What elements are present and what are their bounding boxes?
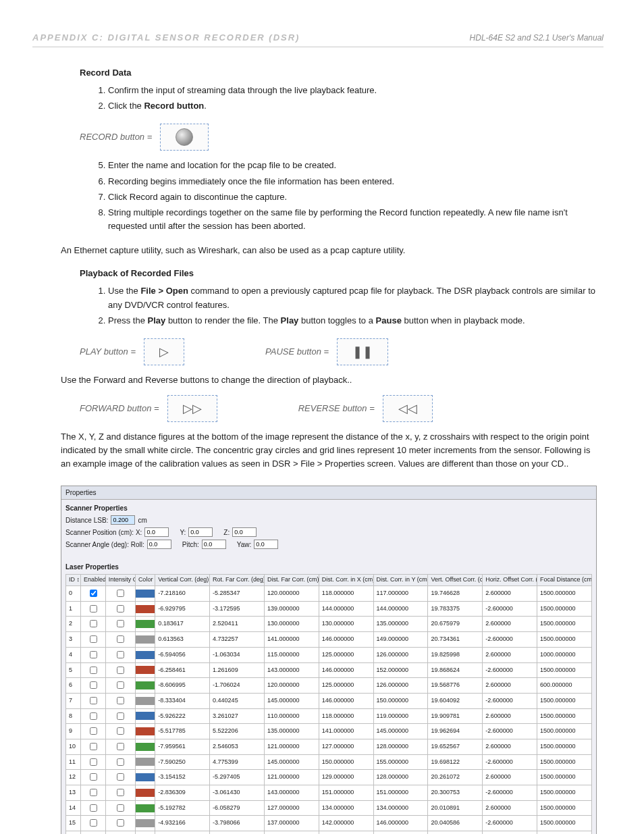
yaw-input[interactable]	[254, 540, 278, 549]
color-swatch[interactable]	[136, 590, 155, 598]
pos-x-input[interactable]	[144, 527, 169, 537]
column-header[interactable]: Focal Distance (cm) ↕	[537, 575, 592, 586]
cell-value: 126.000000	[373, 678, 428, 694]
text-fragment: button toggles to a	[298, 315, 375, 325]
reverse-icon: ◁◁	[398, 402, 417, 415]
row-checkbox[interactable]	[117, 712, 124, 720]
row-checkbox[interactable]	[117, 697, 124, 704]
cell-value: 2.600000	[483, 678, 537, 694]
row-checkbox[interactable]	[117, 758, 124, 766]
column-header[interactable]: Color	[135, 575, 155, 586]
color-swatch[interactable]	[136, 773, 155, 781]
column-header[interactable]: Intensity On	[105, 575, 135, 586]
cell-value: -7.218160	[155, 586, 210, 602]
cell-value: 120.000000	[264, 678, 319, 694]
cell-value: 19.783375	[428, 601, 483, 617]
cell-value: 14	[66, 800, 81, 816]
color-swatch[interactable]	[136, 620, 155, 628]
row-checkbox[interactable]	[117, 819, 124, 827]
row-checkbox[interactable]	[90, 712, 97, 720]
row-checkbox[interactable]	[117, 635, 124, 643]
color-swatch[interactable]	[136, 651, 155, 659]
roll-input[interactable]	[147, 540, 171, 549]
cell-value: -5.297405	[210, 770, 265, 785]
row-checkbox[interactable]	[90, 620, 97, 627]
column-header[interactable]: Dist. Corr. in Y (cm) ↕	[373, 575, 428, 586]
column-header[interactable]: Horiz. Offset Corr. (cm) ↕	[483, 575, 537, 586]
cell-value: 20.341913	[428, 831, 483, 834]
cell-value: 145.000000	[264, 754, 319, 770]
row-checkbox[interactable]	[90, 635, 97, 643]
table-row: 14-5.192782-6.058279127.000000134.000000…	[66, 800, 592, 816]
color-swatch[interactable]	[136, 758, 155, 766]
row-checkbox[interactable]	[117, 743, 124, 750]
reverse-button-frame[interactable]: ◁◁	[383, 395, 433, 422]
column-header[interactable]: ID ↕	[66, 575, 81, 586]
column-header[interactable]: Enabled	[81, 575, 106, 586]
cell-value: 3	[66, 632, 81, 648]
row-checkbox[interactable]	[117, 667, 124, 674]
column-header[interactable]: Dist. Far Corr. (cm) ↕	[264, 575, 319, 586]
distance-lsb-input[interactable]	[111, 515, 135, 525]
row-checkbox[interactable]	[117, 651, 124, 658]
column-header[interactable]: Vertical Corr. (deg) ↕	[155, 575, 210, 586]
cell-value: -8.333404	[155, 693, 210, 708]
play-button-frame[interactable]: ▷	[144, 338, 184, 365]
color-swatch[interactable]	[136, 666, 155, 674]
column-header[interactable]: Vert. Offset Corr. (cm) ↕	[428, 575, 483, 586]
row-checkbox[interactable]	[90, 773, 97, 781]
cell-value: 127.000000	[264, 800, 319, 816]
cell-value: 19.568776	[428, 678, 483, 694]
pos-y-input[interactable]	[188, 527, 213, 537]
cell-value: 2.600000	[483, 739, 537, 754]
color-swatch[interactable]	[136, 743, 155, 751]
cell-value: 152.000000	[373, 662, 428, 678]
column-header[interactable]: Rot. Far Corr. (deg) ↕	[210, 575, 265, 586]
cell-value: 7	[66, 693, 81, 708]
color-swatch[interactable]	[136, 712, 155, 720]
color-swatch[interactable]	[136, 819, 155, 827]
row-checkbox[interactable]	[117, 681, 124, 689]
row-checkbox[interactable]	[90, 681, 97, 689]
column-header[interactable]: Dist. Corr. in X (cm) ↕	[319, 575, 373, 586]
table-row: 1-6.929795-3.172595139.000000144.0000001…	[66, 601, 592, 617]
cell-value: 119.000000	[373, 708, 428, 724]
pos-z-input[interactable]	[232, 527, 257, 537]
row-checkbox[interactable]	[117, 605, 124, 613]
color-swatch[interactable]	[136, 697, 155, 705]
cell-value: 117.000000	[373, 586, 428, 602]
color-swatch[interactable]	[136, 605, 155, 613]
row-checkbox[interactable]	[90, 697, 97, 704]
pitch-input[interactable]	[202, 540, 226, 549]
row-checkbox[interactable]	[90, 727, 97, 735]
row-checkbox[interactable]	[117, 590, 124, 597]
color-swatch[interactable]	[136, 635, 155, 644]
row-checkbox[interactable]	[117, 773, 124, 781]
row-checkbox[interactable]	[90, 651, 97, 658]
row-checkbox[interactable]	[117, 620, 124, 627]
pause-button-frame[interactable]: ❚❚	[337, 338, 388, 365]
row-checkbox[interactable]	[90, 667, 97, 674]
color-swatch[interactable]	[136, 681, 155, 689]
row-checkbox[interactable]	[90, 758, 97, 766]
forward-button-caption: FORWARD button =	[80, 402, 159, 415]
color-swatch[interactable]	[136, 789, 155, 797]
scanner-angle-row: Scanner Angle (deg): Roll: Pitch: Yaw:	[65, 540, 592, 549]
row-checkbox[interactable]	[117, 789, 124, 796]
row-checkbox[interactable]	[117, 727, 124, 735]
cell-value: 150.000000	[373, 693, 428, 708]
record-button-frame[interactable]	[160, 124, 209, 151]
row-checkbox[interactable]	[90, 804, 97, 812]
row-checkbox[interactable]	[90, 819, 97, 827]
row-checkbox[interactable]	[90, 789, 97, 796]
row-checkbox[interactable]	[90, 605, 97, 613]
row-checkbox[interactable]	[117, 804, 124, 812]
color-swatch[interactable]	[136, 804, 155, 812]
color-swatch[interactable]	[136, 727, 155, 735]
forward-button-frame[interactable]: ▷▷	[167, 395, 217, 422]
reverse-button-caption: REVERSE button =	[298, 402, 375, 415]
row-checkbox[interactable]	[90, 743, 97, 750]
row-checkbox[interactable]	[90, 590, 97, 597]
cell-value: 139.000000	[264, 601, 319, 617]
play-icon: ▷	[159, 346, 169, 358]
